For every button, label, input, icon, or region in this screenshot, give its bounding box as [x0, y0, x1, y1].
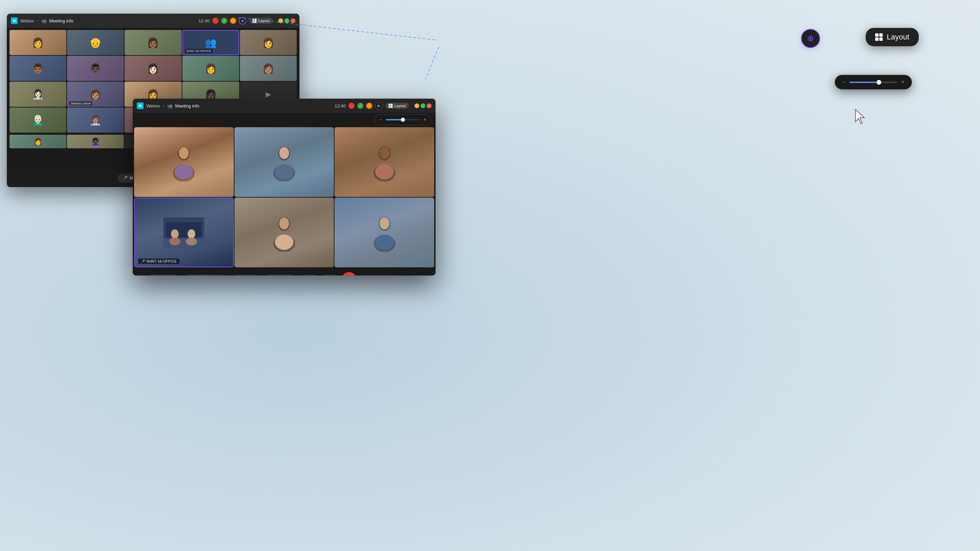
svg-line-28	[425, 47, 439, 79]
app-name-2: Webex	[146, 103, 160, 108]
zoom-track-large	[850, 82, 897, 83]
video-cell-2: 👴	[67, 30, 124, 55]
win-controls-2	[414, 103, 431, 108]
mute-btn-2[interactable]: 🎤 Mute ▼	[147, 275, 180, 276]
titlebar-2: W Webex • 📹 Meeting info 12:40 ✓ ! ⊕ Lay…	[133, 98, 436, 113]
webex-logo-1: W	[11, 17, 18, 24]
win-controls-1	[278, 18, 295, 23]
video-cell-10: 👩🏽	[240, 56, 297, 81]
video-cell-8: 👩🏻	[124, 56, 181, 81]
zoom-track-2	[386, 119, 420, 121]
window-2: W Webex • 📹 Meeting info 12:40 ✓ ! ⊕ Lay…	[133, 98, 436, 275]
svg-point-25	[379, 218, 389, 229]
titlebar-1: W Webex • 📹 Meeting info 12:40 ✓ ! ⊕ Lay…	[7, 14, 299, 28]
zoom-slider-2[interactable]: − +	[374, 114, 431, 125]
video-cell-6: 👨🏾	[10, 56, 66, 81]
mic-icon-office: 🎤	[141, 259, 145, 263]
green-btn-1: ✓	[221, 18, 227, 24]
layout-btn-1[interactable]: Layout	[249, 18, 273, 24]
zoom-btn-2[interactable]: ⊕	[375, 102, 382, 110]
green-btn-2: ✓	[357, 103, 363, 109]
office-label: SHN7-16-OFFICE	[146, 259, 177, 263]
svg-point-3	[175, 164, 193, 179]
svg-point-16	[169, 238, 181, 246]
zoom-popover-large[interactable]: − +	[835, 75, 912, 89]
reactions-btn[interactable]: 😊	[301, 275, 318, 276]
video-cell-11: 👩🏻‍⚕️	[10, 82, 66, 107]
meeting-info-icon-2: 📹	[167, 103, 172, 108]
svg-point-18	[186, 238, 197, 246]
more-btn[interactable]: •••	[321, 275, 339, 276]
zoom-plus-large[interactable]: +	[901, 79, 905, 86]
video-cell-1: 👩	[10, 30, 66, 55]
video-cell-row5-2: 👩🏿‍🦱	[67, 135, 124, 148]
video-cell-large-4-highlighted: 🎤 SHN7-16-OFFICE	[134, 198, 234, 267]
end-call-btn[interactable]: ✕	[342, 272, 356, 275]
video-cell-large-2	[234, 127, 334, 197]
meeting-info-icon-1: 📹	[41, 18, 47, 24]
window2-title: Meeting info	[175, 103, 199, 108]
layout-grid-icon-2	[388, 104, 393, 108]
cursor	[854, 109, 868, 127]
zoom-minus-large[interactable]: −	[842, 79, 846, 86]
app-name-1: Webex	[21, 18, 34, 24]
stop-video-btn-2[interactable]: 📷 Stop video ▼	[183, 275, 227, 276]
time-1: 12:40	[198, 18, 210, 24]
video-grid-2: 🎤 SHN7-16-OFFICE	[133, 126, 436, 269]
layout-grid-icon-large	[875, 33, 883, 41]
zoom-fill-large	[850, 82, 879, 83]
webex-logo-2: W	[137, 102, 143, 109]
mic-icon-1: 🎤	[123, 176, 127, 181]
zoom-minus-2[interactable]: −	[379, 117, 382, 123]
zoom-circle-large[interactable]: ⊕	[801, 29, 820, 48]
zoom-fill-2	[386, 119, 403, 121]
titlebar-right-2: 12:40 ✓ ! ⊕ Layout	[334, 102, 431, 110]
video-cell-large-6	[334, 198, 434, 267]
video-cell-large-1	[134, 127, 234, 197]
svg-point-6	[279, 147, 289, 159]
video-cell-large-5	[234, 198, 334, 267]
video-cell-4-highlighted: 👥 SHN7-16-OFFICE	[182, 30, 239, 55]
video-cell-12-jessica: 👩🏽 Jessica Larson	[67, 82, 124, 107]
svg-point-22	[275, 234, 293, 250]
video-cell-5: 👩	[240, 30, 297, 55]
jessica-label: Jessica Larson	[69, 102, 92, 105]
svg-point-17	[188, 229, 196, 238]
video-cell-row5-1: 👩	[10, 135, 66, 148]
svg-point-11	[375, 164, 393, 179]
time-2: 12:40	[334, 103, 346, 108]
svg-point-26	[375, 234, 393, 250]
layout-btn-large[interactable]: Layout	[865, 28, 919, 46]
layout-grid-icon-1	[253, 19, 256, 23]
video-cell-3: 👩🏾	[124, 30, 181, 55]
zoom-plus-2[interactable]: +	[423, 117, 426, 123]
video-cell-17: 👩🏽‍⚕️	[67, 108, 124, 133]
bottom-bar-2: 🎤 Mute ▼ 📷 Stop video ▼ ↑ Share ⏺ Record…	[133, 269, 436, 275]
layout-btn-2[interactable]: Layout	[385, 103, 409, 109]
video-cell-16: 👨🏻‍🦳	[10, 108, 66, 133]
record-btn[interactable]: ⏺ Record	[263, 275, 297, 276]
zoom-btn-1[interactable]: ⊕	[239, 17, 247, 24]
orange-btn-1: !	[230, 18, 236, 24]
recording-dot-2	[348, 103, 355, 109]
layout-label-large: Layout	[887, 33, 909, 41]
zoom-plus-icon: ⊕	[807, 34, 814, 43]
recording-dot-1	[212, 18, 218, 24]
svg-point-2	[179, 147, 189, 159]
zoom-thumb-2	[401, 118, 405, 122]
window1-title: Meeting info	[49, 18, 73, 24]
cell-label-office-1: SHN7-16-OFFICE	[185, 49, 213, 53]
video-cell-7: 👨🏿	[67, 56, 124, 81]
zoom-thumb-large	[877, 80, 881, 85]
svg-point-7	[275, 164, 293, 179]
zoom-slider-area-2: − +	[133, 113, 436, 126]
svg-point-10	[379, 147, 389, 159]
orange-btn-2: !	[366, 103, 372, 109]
office-badge: 🎤 SHN7-16-OFFICE	[138, 259, 179, 264]
svg-point-21	[279, 218, 289, 229]
svg-rect-14	[163, 238, 204, 248]
share-btn[interactable]: ↑ Share	[231, 275, 259, 276]
video-cell-9: 👩	[182, 56, 239, 81]
video-cell-large-3	[334, 127, 434, 197]
titlebar-right-1: 12:40 ✓ ! ⊕ Layout	[198, 17, 295, 24]
